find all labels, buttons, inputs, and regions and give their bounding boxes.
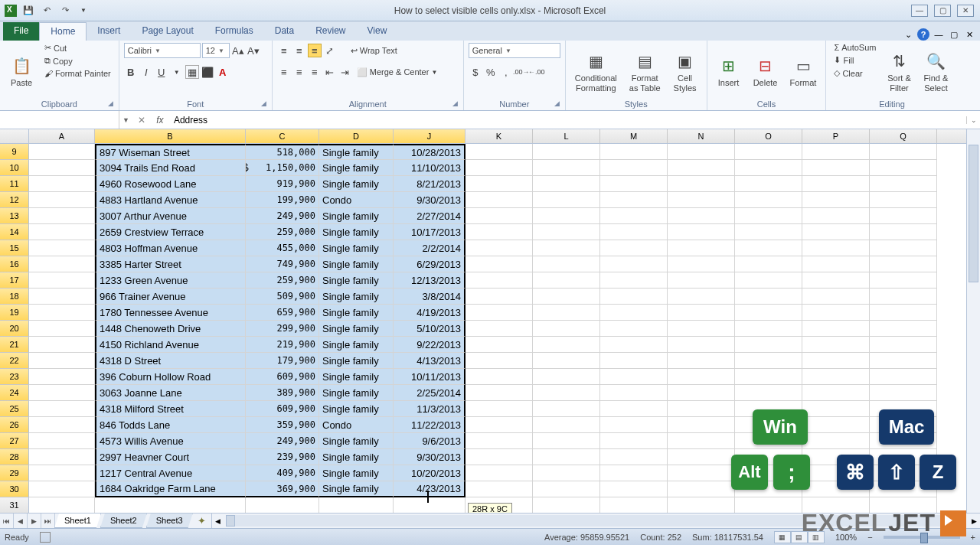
name-box-dropdown[interactable]: ▼ [119, 116, 132, 124]
cell[interactable]: $ 1,150,000 [246, 160, 319, 176]
cell[interactable]: $ 219,900 [246, 337, 319, 353]
cell[interactable] [466, 176, 533, 192]
zoom-in-button[interactable]: + [971, 533, 975, 542]
minimize-button[interactable]: — [911, 5, 928, 17]
cell[interactable] [735, 289, 802, 305]
row-header[interactable]: 10 [0, 160, 29, 176]
cell[interactable] [600, 449, 668, 465]
cell[interactable]: $ 239,900 [246, 449, 319, 465]
cell[interactable] [29, 256, 95, 272]
cell[interactable] [802, 289, 870, 305]
tab-view[interactable]: View [357, 22, 398, 41]
cell[interactable]: Single family [319, 465, 394, 481]
align-top-button[interactable]: ≡ [277, 44, 291, 57]
cell[interactable]: Single family [319, 208, 394, 224]
cell[interactable] [29, 208, 95, 224]
cell[interactable] [668, 272, 735, 289]
cell[interactable] [533, 192, 600, 208]
cell[interactable] [29, 224, 95, 240]
select-all-corner[interactable] [0, 129, 29, 144]
cell[interactable]: Single family [319, 176, 394, 192]
cell[interactable] [466, 337, 533, 353]
cell[interactable] [29, 321, 95, 337]
cell[interactable] [533, 208, 600, 224]
cell[interactable] [600, 256, 668, 272]
cell[interactable]: $ 518,000 [246, 144, 319, 160]
cell[interactable]: 2/25/2014 [394, 385, 466, 401]
cell[interactable] [668, 481, 735, 497]
cell[interactable]: 2/2/2014 [394, 240, 466, 256]
row-header[interactable]: 13 [0, 208, 29, 224]
cell[interactable] [668, 401, 735, 417]
cell[interactable] [533, 417, 600, 433]
cell[interactable]: $ 179,900 [246, 353, 319, 369]
cell[interactable] [668, 289, 735, 305]
hscroll-thumb[interactable] [226, 515, 235, 527]
cell[interactable]: 3385 Harter Street [95, 256, 246, 272]
cell[interactable] [802, 176, 870, 192]
cell[interactable] [802, 433, 870, 449]
cell[interactable]: 1233 Green Avenue [95, 272, 246, 289]
cell[interactable] [870, 289, 937, 305]
sheet-tab-2[interactable]: Sheet2 [100, 514, 147, 528]
help-icon[interactable]: ? [917, 28, 929, 41]
cell[interactable]: 10/20/2013 [394, 465, 466, 481]
column-header-L[interactable]: L [533, 129, 600, 143]
cell[interactable] [870, 144, 937, 160]
row-header[interactable]: 26 [0, 417, 29, 433]
cell[interactable] [600, 192, 668, 208]
cell[interactable] [802, 240, 870, 256]
cell[interactable] [802, 321, 870, 337]
cell[interactable] [394, 497, 466, 513]
cell[interactable]: 3007 Arthur Avenue [95, 208, 246, 224]
cell[interactable] [533, 224, 600, 240]
merge-center-button[interactable]: ⬜Merge & Center▼ [354, 67, 441, 78]
cell[interactable] [870, 337, 937, 353]
cell[interactable] [29, 449, 95, 465]
cell[interactable] [668, 240, 735, 256]
cell[interactable] [466, 272, 533, 289]
cell[interactable]: $ 609,900 [246, 369, 319, 385]
cell[interactable] [29, 305, 95, 321]
borders-button[interactable]: ▦ [185, 65, 199, 79]
expand-formula-bar-button[interactable]: ⌄ [966, 116, 980, 124]
copy-button[interactable]: ⧉Copy [41, 55, 114, 67]
comma-format-button[interactable]: , [499, 65, 513, 79]
font-color-button[interactable]: A [216, 65, 230, 79]
format-as-table-button[interactable]: ▤Format as Table [625, 42, 665, 99]
cell[interactable] [466, 433, 533, 449]
cell[interactable] [735, 321, 802, 337]
tab-data[interactable]: Data [264, 22, 305, 41]
cell[interactable] [870, 385, 937, 401]
column-header-O[interactable]: O [735, 129, 802, 143]
cell[interactable] [29, 481, 95, 497]
row-header[interactable]: 9 [0, 144, 29, 160]
cell[interactable]: $ 389,900 [246, 385, 319, 401]
column-header-A[interactable]: A [29, 129, 95, 143]
cell[interactable] [533, 369, 600, 385]
align-right-button[interactable]: ≡ [308, 65, 322, 79]
normal-view-button[interactable]: ▦ [774, 531, 791, 543]
cell[interactable]: 4/13/2013 [394, 353, 466, 369]
column-header-K[interactable]: K [466, 129, 533, 143]
close-button[interactable]: ✕ [957, 5, 974, 17]
cell[interactable]: 1780 Tennessee Avenue [95, 305, 246, 321]
cell[interactable] [668, 160, 735, 176]
cell[interactable] [600, 337, 668, 353]
cell[interactable] [870, 240, 937, 256]
cell[interactable] [802, 369, 870, 385]
cell[interactable]: 9/30/2013 [394, 192, 466, 208]
cell[interactable] [533, 449, 600, 465]
percent-format-button[interactable]: % [484, 65, 498, 79]
cell[interactable] [668, 192, 735, 208]
cell[interactable] [466, 321, 533, 337]
row-header[interactable]: 12 [0, 192, 29, 208]
cell[interactable] [735, 272, 802, 289]
row-header[interactable]: 25 [0, 401, 29, 417]
format-painter-button[interactable]: 🖌Format Painter [41, 68, 114, 79]
cell[interactable] [533, 497, 600, 513]
cell[interactable]: $ 259,900 [246, 272, 319, 289]
cell[interactable]: 2659 Crestview Terrace [95, 224, 246, 240]
cell[interactable] [533, 176, 600, 192]
cell[interactable] [600, 305, 668, 321]
